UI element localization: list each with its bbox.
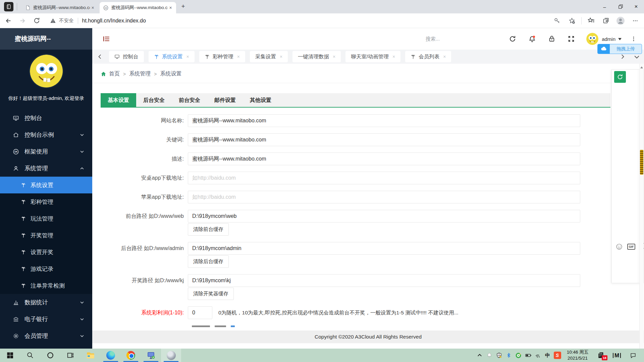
scroll-up-arrow-icon[interactable] [640,66,643,68]
task-view-icon[interactable] [60,349,80,362]
page-scrollbar[interactable] [639,64,644,349]
start-button[interactable] [0,349,20,362]
favorites-bar-icon[interactable] [586,15,596,26]
collections-icon[interactable] [600,15,611,26]
sidebar-item-set-draw[interactable]: 设置开奖 [0,244,92,260]
page-tab-lottery-management[interactable]: 彩种管理 [199,51,245,62]
tab-basic-settings[interactable]: 基本设置 [101,93,136,107]
favorite-star-add-icon[interactable] [567,15,577,26]
ime-indicator-icon[interactable] [543,349,552,362]
user-avatar[interactable] [586,33,598,45]
tabs-scroll-left-icon[interactable] [98,54,102,59]
sidebar-item-dashboard-demo[interactable]: 控制台示例 [0,126,92,143]
page-tab-member-list[interactable]: 会员列表 [405,51,451,62]
cortana-icon[interactable] [40,349,60,362]
description-input[interactable] [188,153,580,165]
sidebar-item-dashboard[interactable]: 控制台 [0,110,92,126]
file-explorer-icon[interactable] [80,349,101,362]
tabs-menu-chevron-icon[interactable] [634,54,639,59]
sidebar-item-draw-management[interactable]: 开奖管理 [0,227,92,244]
page-tab-clean-data[interactable]: 一键清理数据 [292,51,341,62]
sidebar-avatar[interactable] [29,54,64,88]
clear-frontend-cache-button[interactable]: 清除前台缓存 [188,223,229,236]
forward-icon[interactable] [17,15,28,26]
notification-bell-icon[interactable] [528,35,536,43]
m-logo-icon[interactable]: M [608,349,625,362]
sidebar-item-member-management[interactable]: 会员管理 [0,327,92,344]
tab-mail-settings[interactable]: 邮件设置 [207,93,243,107]
page-tab-system-settings[interactable]: 系统设置 [149,51,195,62]
new-tab-button[interactable] [179,2,187,11]
defender-shield-icon[interactable] [494,349,504,362]
workspaces-icon[interactable] [4,2,13,11]
close-icon[interactable] [443,54,446,59]
url-text[interactable]: ht.hongll.cn/Index.index.do [82,18,146,24]
remote-desktop-icon[interactable] [141,349,161,362]
tab-backend-security[interactable]: 后台安全 [136,93,172,107]
password-key-icon[interactable] [552,15,562,26]
clear-draw-cache-button[interactable]: 清除开奖器缓存 [188,288,234,300]
back-icon[interactable] [3,15,14,26]
app-logo[interactable]: 蜜桃源码网-- [0,28,92,50]
tab-close-icon[interactable] [90,5,96,11]
page-tab-dashboard[interactable]: 控制台 [109,51,144,62]
active-app-taskbar-icon[interactable] [161,349,181,362]
refresh-icon[interactable] [509,35,516,43]
chrome-taskbar-icon[interactable] [121,349,141,362]
security-label[interactable]: 不安全 [59,17,74,24]
tab-close-icon[interactable] [168,5,173,11]
close-icon[interactable] [280,54,282,59]
browser-menu-icon[interactable] [630,15,641,26]
chat-scrollbar[interactable] [638,70,638,283]
browser-profile-avatar[interactable] [615,15,626,26]
reader-badge-icon[interactable]: 18 [593,349,608,362]
profit-input[interactable] [188,306,212,319]
sidebar-item-bet-anomaly-check[interactable]: 注单异常检测 [0,277,92,294]
close-icon[interactable] [186,54,189,59]
chat-refresh-button[interactable] [614,71,626,83]
window-minimize-button[interactable] [597,0,612,13]
browser-tab-1[interactable]: 蜜桃源码网--www.mitaobo.com [22,2,98,13]
sidebar-item-framework[interactable]: OK 框架使用 [0,143,92,160]
username-label[interactable]: admin [602,36,615,42]
sidebar-item-statistics[interactable]: 数据统计 [0,294,92,311]
site-name-input[interactable] [188,114,580,127]
tab-other-settings[interactable]: 其他设置 [243,93,278,107]
taskbar-search-icon[interactable] [20,349,40,362]
user-caret-down-icon[interactable] [618,38,622,41]
tray-bell-icon[interactable] [484,349,494,362]
bluetooth-icon[interactable] [504,349,514,362]
drag-upload-button[interactable]: 拖拽上传 [597,44,642,54]
close-icon[interactable] [333,54,335,59]
scrollbar-thumb[interactable] [640,150,643,175]
fullscreen-icon[interactable] [568,35,575,43]
tray-chevron-up-icon[interactable] [475,349,484,362]
breadcrumb-level1[interactable]: 系统管理 [129,70,151,77]
tab-frontend-security[interactable]: 前台安全 [172,93,207,107]
url-field[interactable]: 不安全 ht.hongll.cn/Index.index.do [50,17,548,24]
battery-icon[interactable] [523,349,533,362]
sidebar-item-system-management[interactable]: 系统管理 [0,160,92,177]
antivirus-360-icon[interactable] [514,349,523,362]
window-close-button[interactable] [628,0,644,13]
tabs-scroll-right-icon[interactable] [620,54,625,59]
ios-app-url-input[interactable] [188,191,580,203]
android-app-url-input[interactable] [188,172,580,184]
clear-backend-cache-button[interactable]: 清除后台缓存 [188,255,229,268]
keywords-input[interactable] [188,133,580,146]
breadcrumb-home[interactable]: 首页 [109,70,120,77]
close-icon[interactable] [237,54,240,59]
draw-path-input[interactable] [188,274,580,287]
edge-taskbar-icon[interactable] [101,349,121,362]
sidebar-item-ebank[interactable]: 电子银行 [0,311,92,327]
sidebar-item-system-settings[interactable]: 系统设置 [0,177,92,193]
backend-path-input[interactable] [188,242,580,255]
close-icon[interactable] [392,54,395,59]
action-center-icon[interactable] [625,349,641,362]
sidebar-item-play-management[interactable]: 玩法管理 [0,210,92,227]
sidebar-item-lottery-management[interactable]: 彩种管理 [0,193,92,210]
reload-icon[interactable] [31,15,42,26]
sogou-icon[interactable] [552,349,562,362]
header-more-icon[interactable] [631,36,637,42]
taskbar-clock[interactable]: 10:46 周五 2021/5/21 [562,349,593,361]
